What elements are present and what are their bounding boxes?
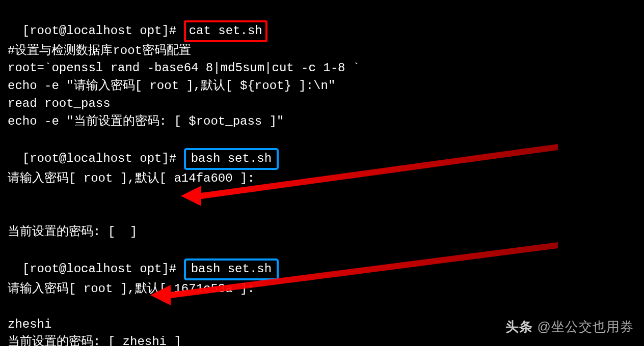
- terminal-line: [8, 206, 636, 223]
- watermark: 头条 @坐公交也用券: [505, 318, 634, 337]
- terminal-line: echo -e "当前设置的密码: [ $root_pass ]": [8, 113, 636, 131]
- terminal-line: 当前设置的密码: [ ]: [8, 223, 636, 241]
- highlighted-command-blue: bash set.sh: [184, 148, 279, 170]
- highlighted-command-blue: bash set.sh: [184, 258, 279, 280]
- watermark-brand: 头条: [505, 319, 533, 334]
- prompt: [root@localhost opt]#: [22, 262, 184, 276]
- terminal-line: [root@localhost opt]# bash set.sh: [8, 131, 636, 170]
- prompt: [root@localhost opt]#: [22, 152, 184, 165]
- prompt: [root@localhost opt]#: [22, 24, 184, 38]
- terminal-line: 请输入密码[ root ],默认[ a14fa600 ]:: [8, 170, 636, 188]
- terminal-line: read root_pass: [8, 95, 636, 113]
- terminal-line: #设置与检测数据库root密码配置: [8, 42, 636, 60]
- terminal-line: 请输入密码[ root ],默认[ 1671c53a ]:: [8, 280, 636, 298]
- terminal-line: [8, 188, 636, 206]
- highlighted-command-red: cat set.sh: [184, 20, 267, 42]
- terminal-line: echo -e "请输入密码[ root ],默认[ ${root} ]:\n": [8, 77, 636, 95]
- terminal-line: root=`openssl rand -base64 8|md5sum|cut …: [8, 60, 636, 77]
- terminal-line: [8, 298, 636, 316]
- watermark-handle: @坐公交也用券: [538, 319, 634, 334]
- terminal-line: [root@localhost opt]# cat set.sh: [8, 3, 636, 42]
- terminal-line: [root@localhost opt]# bash set.sh: [8, 241, 636, 280]
